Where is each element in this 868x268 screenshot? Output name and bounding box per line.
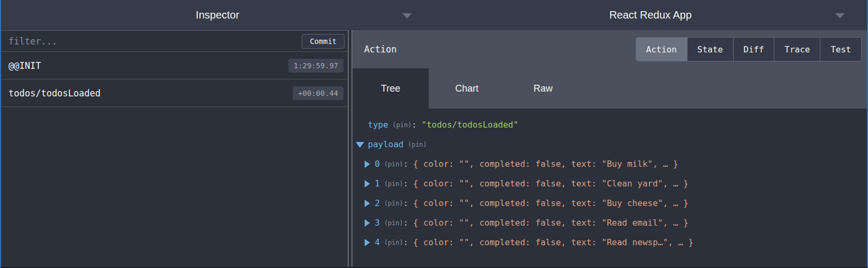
tree-row-type: type (pin) : "todos/todosLoaded" — [352, 115, 867, 135]
tab-diff[interactable]: Diff — [734, 38, 775, 61]
action-list-item[interactable]: todos/todosLoaded +00:00.44 — [1, 79, 348, 107]
chevron-down-icon — [835, 13, 845, 19]
commit-button[interactable]: Commit — [302, 34, 345, 49]
redux-devtools-window: Inspector React Redux App Commit @@INIT … — [0, 0, 868, 268]
object-preview: { color: "", completed: false, text: "Cl… — [413, 178, 688, 189]
action-timestamp-badge: +00:00.44 — [293, 86, 343, 100]
pin-link[interactable]: (pin) — [393, 121, 412, 129]
view-subtab-bar: Tree Chart Raw — [352, 68, 867, 109]
colon: : — [403, 237, 409, 247]
monitor-select-label: Inspector — [196, 9, 239, 21]
top-bar: Inspector React Redux App — [1, 0, 867, 30]
tab-action[interactable]: Action — [636, 38, 688, 61]
tab-trace[interactable]: Trace — [774, 38, 820, 61]
pin-link[interactable]: (pin) — [384, 219, 403, 227]
tab-state[interactable]: State — [688, 38, 734, 61]
object-preview: { color: "", completed: false, text: "Re… — [413, 237, 693, 247]
colon: : — [412, 120, 417, 130]
expand-arrow-icon[interactable] — [365, 239, 370, 246]
object-preview: { color: "", completed: false, text: "Bu… — [413, 198, 688, 208]
action-list-panel: Commit @@INIT 1:29:59.97 todos/todosLoad… — [1, 30, 348, 267]
tree-row-item: 0 (pin) : { color: "", completed: false,… — [352, 154, 867, 174]
colon: : — [403, 198, 409, 208]
expand-arrow-icon[interactable] — [365, 200, 370, 207]
tree-key[interactable]: type — [368, 120, 388, 130]
tree-key[interactable]: 4 — [375, 237, 380, 247]
expand-arrow-icon[interactable] — [365, 160, 370, 168]
action-name: @@INIT — [8, 60, 41, 71]
tree-string-value: "todos/todosLoaded" — [421, 120, 518, 130]
main-area: Commit @@INIT 1:29:59.97 todos/todosLoad… — [1, 30, 867, 267]
panel-resizer[interactable] — [348, 30, 352, 267]
filter-input[interactable] — [8, 36, 302, 47]
detail-tab-group: Action State Diff Trace Test — [636, 37, 862, 61]
colon: : — [403, 159, 409, 169]
object-preview: { color: "", completed: false, text: "Bu… — [413, 159, 678, 169]
monitor-select[interactable]: Inspector — [1, 0, 434, 30]
pin-link[interactable]: (pin) — [384, 200, 403, 207]
colon: : — [403, 178, 409, 189]
tree-row-payload: payload (pin) — [352, 135, 867, 154]
tree-row-item: 3 (pin) : { color: "", completed: false,… — [352, 213, 867, 233]
pin-link[interactable]: (pin) — [384, 239, 403, 246]
collapse-arrow-icon[interactable] — [356, 142, 364, 148]
tree-key[interactable]: 3 — [375, 218, 380, 228]
pin-link[interactable]: (pin) — [408, 141, 427, 148]
detail-header-label: Action — [364, 44, 396, 55]
colon: : — [403, 218, 409, 228]
tree-key[interactable]: 0 — [375, 159, 380, 169]
tree-row-item: 2 (pin) : { color: "", completed: false,… — [352, 193, 867, 213]
tree-row-item: 4 (pin) : { color: "", completed: false,… — [352, 233, 867, 252]
action-detail-panel: Action Action State Diff Trace Test Tree… — [352, 30, 867, 267]
tree-key[interactable]: 1 — [375, 178, 380, 189]
filter-row: Commit — [1, 31, 348, 52]
tree-key[interactable]: 2 — [375, 198, 380, 208]
subtab-chart[interactable]: Chart — [429, 68, 505, 109]
tree-row-item: 1 (pin) : { color: "", completed: false,… — [352, 174, 867, 193]
detail-header: Action Action State Diff Trace Test — [352, 30, 867, 68]
expand-arrow-icon[interactable] — [365, 180, 370, 187]
object-preview: { color: "", completed: false, text: "Re… — [413, 218, 688, 228]
pin-link[interactable]: (pin) — [384, 180, 403, 187]
instance-select[interactable]: React Redux App — [434, 0, 867, 30]
action-tree-view: type (pin) : "todos/todosLoaded" payload… — [352, 109, 867, 267]
action-list-item[interactable]: @@INIT 1:29:59.97 — [1, 52, 348, 79]
tab-test[interactable]: Test — [820, 38, 861, 61]
action-name: todos/todosLoaded — [8, 88, 101, 99]
pin-link[interactable]: (pin) — [384, 160, 403, 168]
instance-select-label: React Redux App — [609, 9, 692, 21]
chevron-down-icon — [402, 13, 412, 19]
subtab-raw[interactable]: Raw — [505, 68, 581, 109]
subtab-tree[interactable]: Tree — [352, 68, 429, 109]
tree-key[interactable]: payload — [368, 139, 403, 149]
expand-arrow-icon[interactable] — [365, 219, 370, 227]
action-timestamp-badge: 1:29:59.97 — [288, 59, 343, 73]
